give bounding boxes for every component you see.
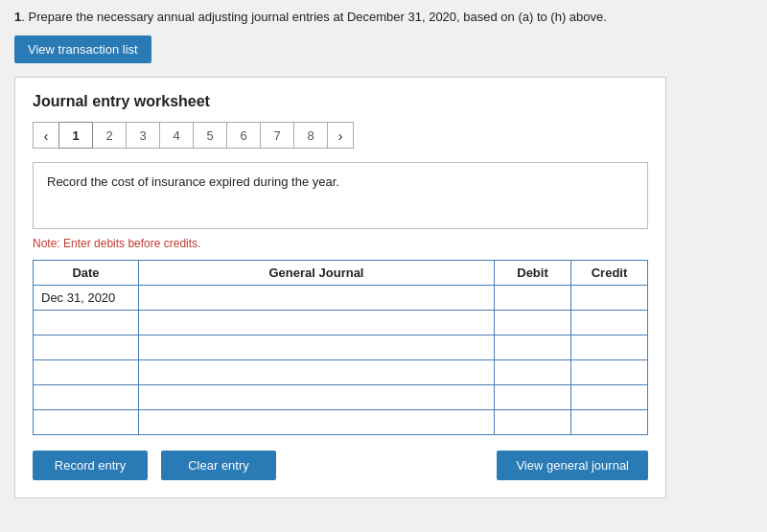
credit-cell-4[interactable] xyxy=(571,360,648,385)
col-header-date: Date xyxy=(34,261,139,286)
page-item-3[interactable]: 3 xyxy=(126,122,160,149)
credit-cell-3[interactable] xyxy=(571,335,648,360)
date-cell-6[interactable] xyxy=(34,410,139,435)
date-cell-3[interactable] xyxy=(34,335,139,360)
worksheet-title: Journal entry worksheet xyxy=(33,93,648,110)
credit-cell-5[interactable] xyxy=(571,385,648,410)
action-buttons-row: Record entry Clear entry View general jo… xyxy=(33,451,648,480)
col-header-journal: General Journal xyxy=(139,261,495,286)
page-item-2[interactable]: 2 xyxy=(92,122,127,149)
table-row xyxy=(34,410,648,435)
next-page-button[interactable]: › xyxy=(327,122,354,149)
prev-page-button[interactable]: ‹ xyxy=(33,122,59,149)
instruction-text: 1. Prepare the necessary annual adjustin… xyxy=(14,10,753,24)
col-header-credit: Credit xyxy=(571,261,648,286)
journal-cell-2[interactable] xyxy=(139,311,495,335)
worksheet-container: Journal entry worksheet ‹ 1 2 3 4 5 6 7 … xyxy=(14,77,666,498)
date-cell-2[interactable] xyxy=(34,311,139,335)
page-item-4[interactable]: 4 xyxy=(159,122,194,149)
col-header-debit: Debit xyxy=(495,261,571,286)
journal-cell-6[interactable] xyxy=(139,410,495,435)
journal-table: Date General Journal Debit Credit Dec 31… xyxy=(33,260,648,435)
credit-cell-2[interactable] xyxy=(571,311,648,335)
clear-entry-button[interactable]: Clear entry xyxy=(161,451,276,480)
debit-cell-2[interactable] xyxy=(495,311,571,335)
date-cell-1: Dec 31, 2020 xyxy=(34,286,139,311)
page-item-6[interactable]: 6 xyxy=(226,122,261,149)
table-row xyxy=(34,335,648,360)
description-text: Record the cost of insurance expired dur… xyxy=(47,174,339,189)
table-row xyxy=(34,385,648,410)
date-cell-4[interactable] xyxy=(34,360,139,385)
debit-cell-1[interactable] xyxy=(495,286,571,311)
journal-cell-3[interactable] xyxy=(139,335,495,360)
record-entry-button[interactable]: Record entry xyxy=(33,451,148,480)
note-text: Note: Enter debits before credits. xyxy=(33,237,648,250)
view-transaction-button[interactable]: View transaction list xyxy=(14,35,151,63)
debit-cell-3[interactable] xyxy=(495,335,571,360)
credit-cell-6[interactable] xyxy=(571,410,648,435)
page-item-1[interactable]: 1 xyxy=(58,122,93,149)
page-item-5[interactable]: 5 xyxy=(193,122,227,149)
description-box: Record the cost of insurance expired dur… xyxy=(33,162,648,229)
view-general-journal-button[interactable]: View general journal xyxy=(497,451,648,480)
table-row: Dec 31, 2020 xyxy=(34,286,648,311)
credit-cell-1[interactable] xyxy=(571,286,648,311)
debit-cell-4[interactable] xyxy=(495,360,571,385)
table-row xyxy=(34,360,648,385)
journal-cell-5[interactable] xyxy=(139,385,495,410)
table-row xyxy=(34,311,648,335)
date-cell-5[interactable] xyxy=(34,385,139,410)
pagination: ‹ 1 2 3 4 5 6 7 8 › xyxy=(33,122,648,149)
debit-cell-6[interactable] xyxy=(495,410,571,435)
journal-cell-1[interactable] xyxy=(139,286,495,311)
page-item-8[interactable]: 8 xyxy=(293,122,328,149)
page-item-7[interactable]: 7 xyxy=(260,122,294,149)
debit-cell-5[interactable] xyxy=(495,385,571,410)
journal-cell-4[interactable] xyxy=(139,360,495,385)
